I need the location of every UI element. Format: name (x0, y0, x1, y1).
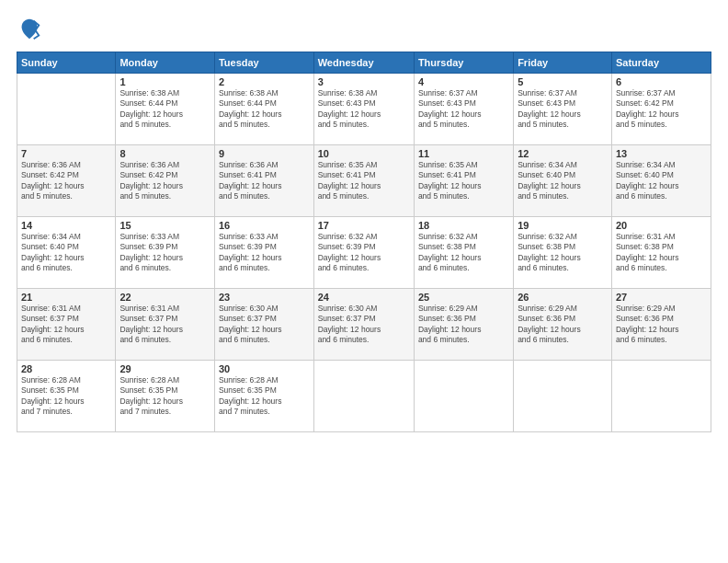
week-row-4: 21Sunrise: 6:31 AM Sunset: 6:37 PM Dayli… (17, 289, 711, 361)
cell-day-number: 22 (119, 292, 210, 303)
cell-day-number: 2 (219, 76, 310, 87)
cell-info: Sunrise: 6:28 AM Sunset: 6:35 PM Dayligh… (219, 375, 310, 418)
cell-day-number: 23 (219, 292, 310, 303)
cell-day-number: 16 (219, 220, 310, 231)
cell-day-number: 12 (518, 148, 608, 159)
calendar-cell: 24Sunrise: 6:30 AM Sunset: 6:37 PM Dayli… (313, 289, 414, 361)
cell-day-number: 29 (119, 363, 210, 374)
cell-info: Sunrise: 6:36 AM Sunset: 6:42 PM Dayligh… (119, 160, 210, 202)
cell-day-number: 27 (616, 292, 707, 303)
cell-info: Sunrise: 6:37 AM Sunset: 6:43 PM Dayligh… (418, 88, 509, 131)
calendar-cell: 12Sunrise: 6:34 AM Sunset: 6:40 PM Dayli… (514, 145, 612, 217)
calendar-cell: 27Sunrise: 6:29 AM Sunset: 6:36 PM Dayli… (611, 289, 711, 361)
logo-icon (17, 17, 42, 42)
page: SundayMondayTuesdayWednesdayThursdayFrid… (0, 0, 728, 563)
cell-info: Sunrise: 6:38 AM Sunset: 6:44 PM Dayligh… (219, 88, 310, 131)
cell-info: Sunrise: 6:38 AM Sunset: 6:43 PM Dayligh… (318, 88, 410, 131)
cell-day-number: 1 (119, 76, 210, 87)
calendar-table: SundayMondayTuesdayWednesdayThursdayFrid… (17, 52, 711, 432)
day-header-wednesday: Wednesday (313, 52, 414, 74)
week-row-3: 14Sunrise: 6:34 AM Sunset: 6:40 PM Dayli… (17, 217, 711, 289)
cell-day-number: 5 (518, 76, 608, 87)
calendar-cell: 26Sunrise: 6:29 AM Sunset: 6:36 PM Dayli… (514, 289, 612, 361)
cell-info: Sunrise: 6:30 AM Sunset: 6:37 PM Dayligh… (219, 304, 310, 346)
cell-day-number: 28 (21, 363, 111, 374)
calendar-cell: 9Sunrise: 6:36 AM Sunset: 6:41 PM Daylig… (214, 145, 313, 217)
cell-day-number: 18 (418, 220, 509, 231)
cell-day-number: 6 (616, 76, 707, 87)
calendar-cell: 8Sunrise: 6:36 AM Sunset: 6:42 PM Daylig… (116, 145, 215, 217)
calendar-cell: 22Sunrise: 6:31 AM Sunset: 6:37 PM Dayli… (116, 289, 215, 361)
calendar-cell: 13Sunrise: 6:34 AM Sunset: 6:40 PM Dayli… (611, 145, 711, 217)
cell-info: Sunrise: 6:28 AM Sunset: 6:35 PM Dayligh… (119, 375, 210, 418)
cell-day-number: 19 (518, 220, 608, 231)
cell-info: Sunrise: 6:36 AM Sunset: 6:42 PM Dayligh… (21, 160, 111, 202)
calendar-cell: 14Sunrise: 6:34 AM Sunset: 6:40 PM Dayli… (17, 217, 116, 289)
cell-info: Sunrise: 6:36 AM Sunset: 6:41 PM Dayligh… (219, 160, 310, 202)
calendar-cell: 3Sunrise: 6:38 AM Sunset: 6:43 PM Daylig… (313, 74, 414, 145)
cell-day-number: 24 (318, 292, 410, 303)
cell-day-number: 9 (219, 148, 310, 159)
cell-info: Sunrise: 6:31 AM Sunset: 6:38 PM Dayligh… (616, 232, 707, 274)
cell-day-number: 4 (418, 76, 509, 87)
day-header-saturday: Saturday (611, 52, 711, 74)
cell-info: Sunrise: 6:32 AM Sunset: 6:39 PM Dayligh… (318, 232, 410, 274)
cell-day-number: 13 (616, 148, 707, 159)
calendar-cell (313, 361, 414, 432)
cell-info: Sunrise: 6:34 AM Sunset: 6:40 PM Dayligh… (518, 160, 608, 202)
calendar-cell: 5Sunrise: 6:37 AM Sunset: 6:43 PM Daylig… (514, 74, 612, 145)
calendar-cell: 10Sunrise: 6:35 AM Sunset: 6:41 PM Dayli… (313, 145, 414, 217)
cell-day-number: 8 (119, 148, 210, 159)
cell-day-number: 17 (318, 220, 410, 231)
calendar-cell: 2Sunrise: 6:38 AM Sunset: 6:44 PM Daylig… (214, 74, 313, 145)
calendar-cell: 17Sunrise: 6:32 AM Sunset: 6:39 PM Dayli… (313, 217, 414, 289)
cell-info: Sunrise: 6:35 AM Sunset: 6:41 PM Dayligh… (318, 160, 410, 202)
cell-info: Sunrise: 6:34 AM Sunset: 6:40 PM Dayligh… (616, 160, 707, 202)
cell-day-number: 15 (119, 220, 210, 231)
calendar-cell: 1Sunrise: 6:38 AM Sunset: 6:44 PM Daylig… (116, 74, 215, 145)
cell-info: Sunrise: 6:32 AM Sunset: 6:38 PM Dayligh… (418, 232, 509, 274)
day-header-tuesday: Tuesday (214, 52, 313, 74)
week-row-1: 1Sunrise: 6:38 AM Sunset: 6:44 PM Daylig… (17, 74, 711, 145)
week-row-5: 28Sunrise: 6:28 AM Sunset: 6:35 PM Dayli… (17, 361, 711, 432)
cell-day-number: 30 (219, 363, 310, 374)
day-header-monday: Monday (116, 52, 215, 74)
cell-info: Sunrise: 6:37 AM Sunset: 6:42 PM Dayligh… (616, 88, 707, 131)
calendar-cell: 19Sunrise: 6:32 AM Sunset: 6:38 PM Dayli… (514, 217, 612, 289)
calendar-cell: 25Sunrise: 6:29 AM Sunset: 6:36 PM Dayli… (414, 289, 513, 361)
calendar-cell: 28Sunrise: 6:28 AM Sunset: 6:35 PM Dayli… (17, 361, 116, 432)
logo (17, 17, 45, 42)
cell-day-number: 26 (518, 292, 608, 303)
cell-day-number: 25 (418, 292, 509, 303)
week-row-2: 7Sunrise: 6:36 AM Sunset: 6:42 PM Daylig… (17, 145, 711, 217)
day-header-thursday: Thursday (414, 52, 513, 74)
calendar-cell: 6Sunrise: 6:37 AM Sunset: 6:42 PM Daylig… (611, 74, 711, 145)
cell-info: Sunrise: 6:38 AM Sunset: 6:44 PM Dayligh… (119, 88, 210, 131)
cell-info: Sunrise: 6:33 AM Sunset: 6:39 PM Dayligh… (119, 232, 210, 274)
cell-day-number: 3 (318, 76, 410, 87)
cell-day-number: 10 (318, 148, 410, 159)
calendar-cell (514, 361, 612, 432)
calendar-cell: 15Sunrise: 6:33 AM Sunset: 6:39 PM Dayli… (116, 217, 215, 289)
cell-info: Sunrise: 6:37 AM Sunset: 6:43 PM Dayligh… (518, 88, 608, 131)
calendar-cell: 7Sunrise: 6:36 AM Sunset: 6:42 PM Daylig… (17, 145, 116, 217)
cell-day-number: 21 (21, 292, 111, 303)
calendar-cell: 16Sunrise: 6:33 AM Sunset: 6:39 PM Dayli… (214, 217, 313, 289)
cell-info: Sunrise: 6:32 AM Sunset: 6:38 PM Dayligh… (518, 232, 608, 274)
calendar-cell: 20Sunrise: 6:31 AM Sunset: 6:38 PM Dayli… (611, 217, 711, 289)
day-header-sunday: Sunday (17, 52, 116, 74)
cell-info: Sunrise: 6:30 AM Sunset: 6:37 PM Dayligh… (318, 304, 410, 346)
cell-day-number: 14 (21, 220, 111, 231)
cell-info: Sunrise: 6:29 AM Sunset: 6:36 PM Dayligh… (616, 304, 707, 346)
calendar-cell (17, 74, 116, 145)
cell-info: Sunrise: 6:29 AM Sunset: 6:36 PM Dayligh… (518, 304, 608, 346)
calendar-cell: 18Sunrise: 6:32 AM Sunset: 6:38 PM Dayli… (414, 217, 513, 289)
cell-day-number: 11 (418, 148, 509, 159)
day-header-friday: Friday (514, 52, 612, 74)
cell-day-number: 20 (616, 220, 707, 231)
calendar-cell: 11Sunrise: 6:35 AM Sunset: 6:41 PM Dayli… (414, 145, 513, 217)
cell-info: Sunrise: 6:35 AM Sunset: 6:41 PM Dayligh… (418, 160, 509, 202)
calendar-cell: 21Sunrise: 6:31 AM Sunset: 6:37 PM Dayli… (17, 289, 116, 361)
header-row: SundayMondayTuesdayWednesdayThursdayFrid… (17, 52, 711, 74)
calendar-cell: 23Sunrise: 6:30 AM Sunset: 6:37 PM Dayli… (214, 289, 313, 361)
